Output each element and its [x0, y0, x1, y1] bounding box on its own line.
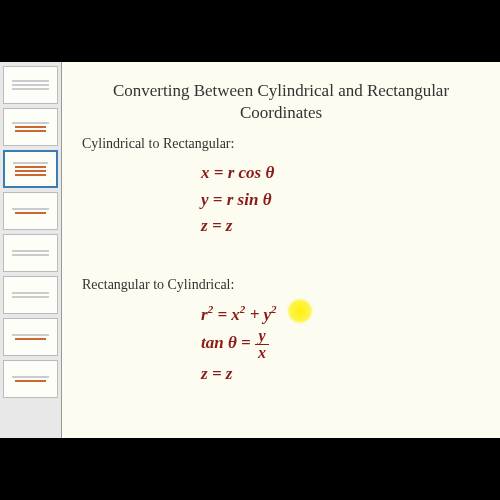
slide-thumb[interactable]	[3, 234, 58, 272]
formula: y = r sin θ	[201, 187, 361, 213]
presentation-window: Converting Between Cylindrical and Recta…	[0, 62, 500, 438]
formula: x = r cos θ	[201, 160, 361, 186]
formula: tan θ = yx	[201, 328, 361, 361]
slide-content: Converting Between Cylindrical and Recta…	[62, 62, 500, 438]
section-heading-1: Cylindrical to Rectangular:	[82, 136, 480, 152]
formula: z = z	[201, 361, 361, 387]
section-heading-2: Rectangular to Cylindrical:	[82, 277, 480, 293]
slide-thumb-active[interactable]	[3, 150, 58, 188]
title-line: Converting Between Cylindrical and Recta…	[113, 81, 449, 100]
title-line: Coordinates	[240, 103, 322, 122]
slide-thumb[interactable]	[3, 318, 58, 356]
formula-block-1: x = r cos θ y = r sin θ z = z	[201, 160, 361, 239]
formula-block-2: r2 = x2 + y2 tan θ = yx z = z	[201, 301, 361, 387]
formula: z = z	[201, 213, 361, 239]
slide-thumb[interactable]	[3, 108, 58, 146]
slide-thumb[interactable]	[3, 276, 58, 314]
formula: r2 = x2 + y2	[201, 301, 361, 328]
slide-thumb[interactable]	[3, 192, 58, 230]
slide-thumbnail-panel[interactable]	[0, 62, 62, 438]
slide-thumb[interactable]	[3, 360, 58, 398]
slide-title: Converting Between Cylindrical and Recta…	[82, 80, 480, 124]
slide-thumb[interactable]	[3, 66, 58, 104]
